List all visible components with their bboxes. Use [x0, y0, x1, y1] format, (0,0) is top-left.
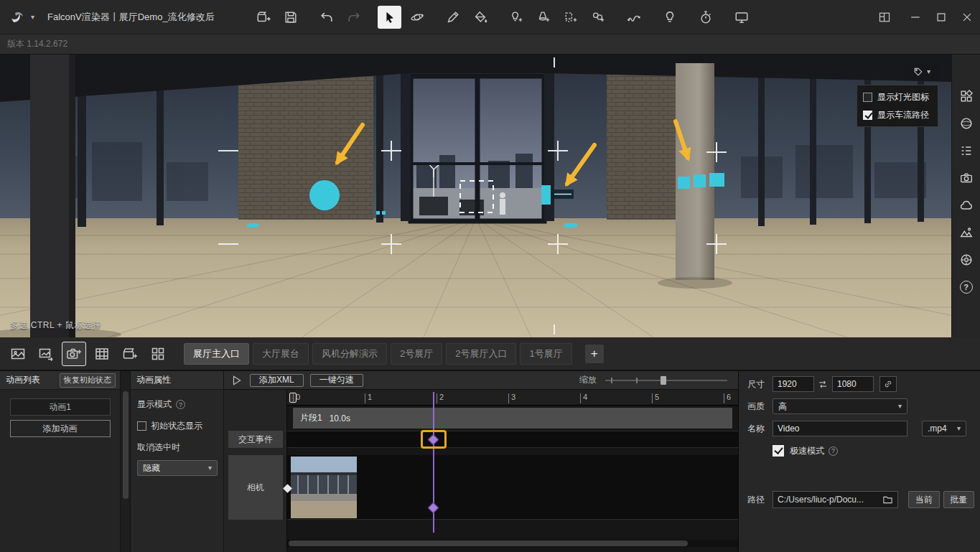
segment-label: 片段1: [300, 412, 322, 424]
format-select[interactable]: .mp4 ▾: [922, 421, 966, 436]
assets-library-button[interactable]: [957, 88, 976, 105]
slider-tick: [636, 378, 638, 383]
add-light-group-button[interactable]: [586, 6, 610, 29]
play-button[interactable]: [230, 374, 243, 387]
zoom-slider[interactable]: [605, 375, 727, 385]
orbit-tool-button[interactable]: [405, 6, 429, 29]
events-track[interactable]: [287, 431, 738, 448]
path-tool-button[interactable]: [622, 6, 645, 29]
scene-tab-lobby[interactable]: 大厅展台: [253, 343, 309, 365]
redo-button[interactable]: [342, 6, 365, 29]
height-input[interactable]: [832, 376, 874, 392]
display-output-button[interactable]: [729, 6, 753, 29]
slider-thumb[interactable]: [661, 376, 666, 385]
add-area-light-button[interactable]: [559, 6, 582, 29]
segment-duration: 10.0s: [330, 413, 350, 424]
animation-list-scrollbar[interactable]: [121, 371, 131, 552]
app-menu-button[interactable]: ▾: [0, 8, 40, 27]
scene-outline-button[interactable]: [957, 142, 976, 159]
export-batch-button[interactable]: 批量: [943, 491, 974, 508]
layout-grid-button[interactable]: [872, 0, 897, 34]
timeline-tracks[interactable]: 0 1 2 3 4 5 6 片段1 10.0s: [287, 390, 738, 552]
deselect-label: 取消选中时: [137, 441, 180, 454]
timeline-scrollbar[interactable]: [287, 540, 738, 547]
add-spot-light-button[interactable]: [531, 6, 555, 29]
ruler-tick-label: 6: [727, 393, 731, 401]
terrain-button[interactable]: [957, 224, 976, 241]
initial-state-label: 初始状态显示: [151, 420, 202, 432]
name-row: 名称 .mp4 ▾: [747, 420, 974, 437]
menu-item-traffic-paths[interactable]: 显示车流路径: [863, 107, 932, 123]
frames-grid-button[interactable]: [146, 342, 170, 366]
initial-state-row[interactable]: 初始状态显示: [137, 420, 217, 432]
add-scene-button[interactable]: +: [585, 345, 604, 363]
fast-mode-checkbox[interactable]: [773, 445, 784, 457]
camera-keyframe-thumbnail[interactable]: [291, 457, 357, 518]
scene-tab-hall2-entrance[interactable]: 2号展厅入口: [446, 343, 516, 365]
size-label: 尺寸: [747, 378, 773, 390]
minimize-button[interactable]: [902, 0, 928, 34]
export-video-button[interactable]: [251, 6, 275, 29]
export-current-button[interactable]: 当前: [908, 491, 939, 508]
camera-track[interactable]: [287, 455, 738, 520]
help-icon[interactable]: ?: [829, 446, 838, 456]
scene-tab-main-entrance[interactable]: 展厅主入口: [184, 343, 249, 365]
add-animation-button[interactable]: 添加动画: [10, 420, 111, 437]
display-options-button[interactable]: ▾: [905, 64, 938, 80]
camera-add-button[interactable]: [62, 342, 86, 366]
materials-button[interactable]: [957, 115, 976, 132]
deselect-behavior-select[interactable]: 隐藏 ▾: [137, 460, 218, 476]
timer-button[interactable]: [694, 6, 717, 29]
add-point-light-button[interactable]: [504, 6, 528, 29]
select-value: 隐藏: [143, 462, 160, 474]
camera-views-button[interactable]: [957, 169, 976, 187]
scene-tab-turbine-demo[interactable]: 风机分解演示: [312, 343, 387, 365]
falconv-app-window: ▾ FalconV渲染器丨展厅Demo_流化修改后: [0, 0, 980, 552]
fill-tool-button[interactable]: [468, 6, 492, 29]
initial-state-checkbox[interactable]: [137, 421, 146, 431]
window-controls: [872, 0, 980, 34]
scrollbar-thumb[interactable]: [123, 391, 129, 499]
quality-row: 画质 高 ▾: [747, 398, 974, 415]
scene-tab-hall1[interactable]: 1号展厅: [520, 343, 571, 365]
traffic-paths-checkbox[interactable]: [863, 111, 872, 120]
scene-render[interactable]: [0, 55, 951, 337]
select-tool-button[interactable]: [378, 6, 401, 29]
filename-input[interactable]: [773, 421, 907, 436]
draw-tool-button[interactable]: [441, 6, 465, 29]
select-value: .mp4: [928, 424, 947, 434]
panel-title: 动画属性: [136, 374, 171, 386]
snapshot-update-button[interactable]: [34, 342, 58, 366]
timeline-segment[interactable]: 片段1 10.0s: [293, 408, 732, 429]
3d-viewport[interactable]: ▾ 显示灯光图标 显示车流路径 多选 CTRL + 鼠标选择: [0, 55, 951, 337]
menu-item-light-icons[interactable]: 显示灯光图标: [863, 89, 932, 105]
aspect-link-button[interactable]: [879, 376, 897, 392]
maximize-button[interactable]: [928, 0, 954, 34]
close-button[interactable]: [954, 0, 980, 34]
clip-add-button[interactable]: [118, 342, 142, 366]
add-xml-button[interactable]: 添加XML: [250, 374, 304, 387]
output-path-input[interactable]: C:/Users/liuc-p/Docu...: [773, 491, 898, 508]
save-button[interactable]: [279, 6, 302, 29]
width-input[interactable]: [773, 376, 814, 392]
snapshot-button[interactable]: [6, 342, 30, 366]
reset-initial-state-button[interactable]: 恢复初始状态: [60, 373, 116, 388]
animation-list-item[interactable]: 动画1: [10, 398, 111, 416]
scene-tab-hall2[interactable]: 2号展厅: [391, 343, 442, 365]
folder-icon[interactable]: [882, 495, 893, 505]
even-speed-button[interactable]: 一键匀速: [310, 374, 363, 387]
quality-select[interactable]: 高 ▾: [773, 398, 907, 414]
help-button[interactable]: ?: [957, 279, 976, 296]
help-icon[interactable]: ?: [176, 400, 185, 409]
light-bulb-button[interactable]: [658, 6, 681, 29]
film-button[interactable]: [90, 342, 114, 366]
fast-mode-row[interactable]: 极速模式 ?: [747, 442, 974, 459]
display-mode-label: 显示模式: [137, 398, 172, 411]
undo-button[interactable]: [314, 6, 338, 29]
quality-label: 画质: [747, 401, 773, 413]
timeline-ruler[interactable]: 0 1 2 3 4 5 6: [287, 390, 738, 406]
light-icons-checkbox[interactable]: [863, 93, 872, 102]
weather-button[interactable]: [957, 197, 976, 214]
scrollbar-thumb[interactable]: [289, 541, 688, 546]
render-settings-button[interactable]: [957, 251, 976, 268]
